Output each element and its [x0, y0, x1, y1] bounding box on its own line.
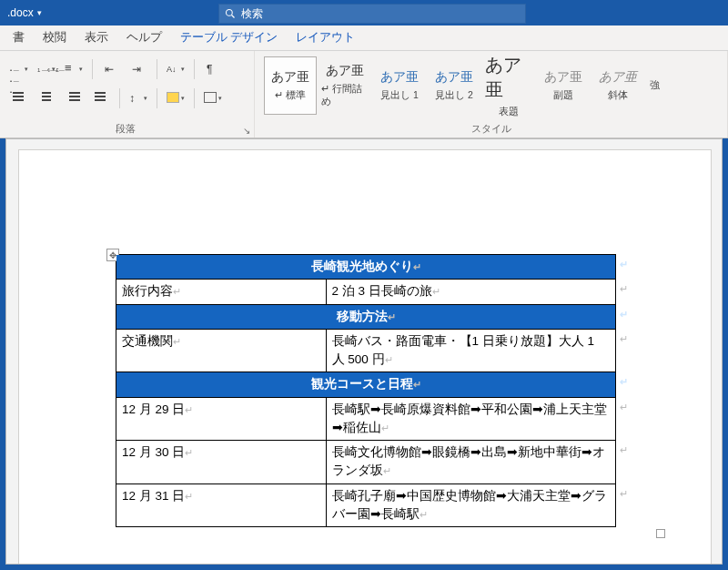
style-strong[interactable]: 強 [646, 56, 662, 115]
document-table[interactable]: 長崎観光地めぐり↵↵ 旅行内容↵ 2 泊 3 日長崎の旅↵↵ 移動方法↵↵ 交通… [116, 254, 616, 527]
menu-item-help[interactable]: ヘルプ [117, 25, 171, 50]
cell-d3c1[interactable]: 12 月 31 日↵ [116, 483, 327, 527]
search-box[interactable]: 検索 [218, 4, 526, 24]
align-justify-button[interactable] [89, 87, 113, 109]
cell-d2c1[interactable]: 12 月 30 日↵ [116, 441, 327, 484]
paragraph-dialog-launcher[interactable]: ↘ [243, 126, 250, 136]
filename-chevron[interactable]: ▾ [37, 8, 42, 17]
menu-item-table-design[interactable]: テーブル デザイン [171, 25, 287, 50]
bullets-button[interactable] [7, 58, 31, 80]
group-paragraph: 段落 ↘ [0, 51, 255, 137]
page: ✥ 長崎観光地めぐり↵↵ 旅行内容↵ 2 泊 3 日長崎の旅↵↵ 移動方法↵↵ … [19, 150, 711, 565]
document-canvas[interactable]: ✥ 長崎観光地めぐり↵↵ 旅行内容↵ 2 泊 3 日長崎の旅↵↵ 移動方法↵↵ … [5, 138, 723, 565]
line-spacing-button[interactable] [126, 87, 150, 109]
table-resize-handle[interactable] [656, 529, 665, 538]
style-subtitle[interactable]: あア亜 副題 [537, 56, 590, 115]
indent-button[interactable] [126, 58, 150, 80]
cell-r2c1[interactable]: 交通機関↵ [116, 329, 327, 372]
show-marks-button[interactable] [201, 58, 225, 80]
align-right-button[interactable] [62, 87, 86, 109]
shading-button[interactable] [164, 87, 187, 109]
cell-d2c2[interactable]: 長崎文化博物館➡眼鏡橋➡出島➡新地中華街➡オランダ坂↵↵ [326, 441, 615, 484]
menu-item-layout[interactable]: レイアウト [287, 25, 364, 50]
styles-gallery[interactable]: あア亜 ↵ 標準 あア亜 ↵ 行間詰め あア亜 見出し 1 あア亜 見出し 2 … [262, 55, 720, 117]
cell-d3c2[interactable]: 長崎孔子廟➡中国歴史博物館➡大浦天主堂➡グラバー園➡長崎駅↵↵ [326, 483, 615, 527]
style-normal[interactable]: あア亜 ↵ 標準 [264, 56, 317, 115]
search-icon [225, 8, 236, 19]
header-3[interactable]: 観光コースと日程↵↵ [116, 372, 616, 397]
menu-bar: 書 校閲 表示 ヘルプ テーブル デザイン レイアウト [0, 25, 728, 51]
ribbon: 段落 ↘ あア亜 ↵ 標準 あア亜 ↵ 行間詰め あア亜 見出し 1 あア亜 見… [0, 51, 728, 138]
sort-button[interactable] [164, 58, 187, 80]
header-1[interactable]: 長崎観光地めぐり↵↵ [116, 255, 616, 280]
svg-line-1 [232, 15, 235, 18]
style-italic[interactable]: あア亜 斜体 [592, 56, 644, 115]
cell-r1c2[interactable]: 2 泊 3 日長崎の旅↵↵ [326, 280, 615, 304]
group-styles: あア亜 ↵ 標準 あア亜 ↵ 行間詰め あア亜 見出し 1 あア亜 見出し 2 … [255, 51, 728, 137]
align-left-button[interactable] [7, 87, 31, 109]
cell-r2c2[interactable]: 長崎バス・路面電車・【1 日乗り放題】大人 1 人 500 円↵↵ [326, 329, 615, 372]
cell-r1c1[interactable]: 旅行内容↵ [116, 280, 327, 304]
style-nospacing[interactable]: あア亜 ↵ 行間詰め [318, 56, 371, 115]
paragraph-group-label: 段落 [7, 120, 243, 136]
style-heading1[interactable]: あア亜 見出し 1 [373, 56, 426, 115]
menu-item-0[interactable]: 書 [4, 25, 34, 50]
styles-group-label: スタイル [262, 120, 720, 136]
align-center-button[interactable] [35, 87, 58, 109]
style-title[interactable]: あア亜 表題 [482, 56, 535, 115]
cell-d1c1[interactable]: 12 月 29 日↵ [116, 397, 327, 441]
outdent-button[interactable] [99, 58, 123, 80]
borders-button[interactable] [201, 87, 225, 109]
search-placeholder: 検索 [241, 6, 263, 22]
cell-d1c2[interactable]: 長崎駅➡長崎原爆資料館➡平和公園➡浦上天主堂➡稲佐山↵↵ [326, 397, 615, 441]
multilevel-button[interactable] [62, 58, 86, 80]
style-heading2[interactable]: あア亜 見出し 2 [428, 56, 480, 115]
header-2[interactable]: 移動方法↵↵ [116, 304, 616, 329]
menu-item-review[interactable]: 校閲 [34, 25, 76, 50]
numbering-button[interactable] [35, 58, 58, 80]
svg-point-0 [227, 10, 233, 16]
filename: .docx [7, 6, 34, 19]
menu-item-view[interactable]: 表示 [76, 25, 117, 50]
